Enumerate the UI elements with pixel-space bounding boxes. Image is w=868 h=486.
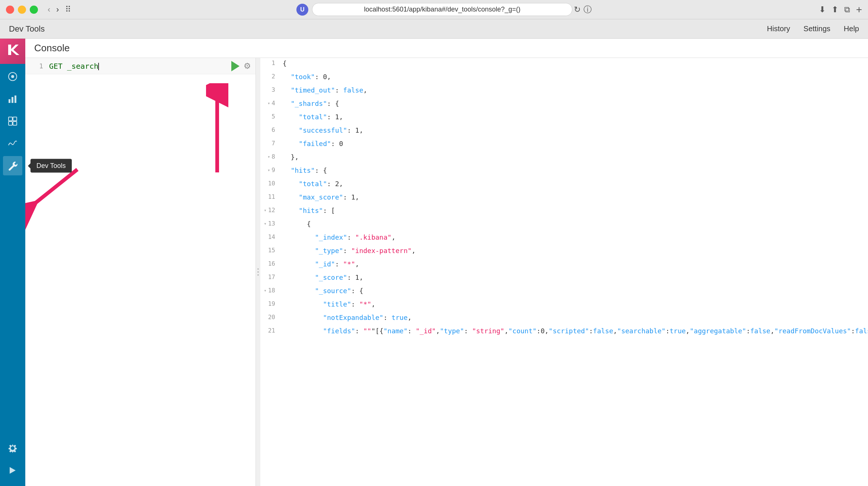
output-line-number: 5 — [260, 112, 280, 120]
output-line-number: ▾13 — [260, 219, 280, 227]
logo-text — [6, 43, 19, 59]
sidebar-item-management[interactable] — [3, 438, 22, 458]
sidebar-item-dashboard[interactable] — [3, 111, 22, 131]
history-button[interactable]: History — [767, 25, 790, 33]
line-number-1: 1 — [30, 62, 43, 70]
divider-dots — [257, 268, 259, 276]
svg-rect-3 — [12, 97, 13, 103]
output-line-number: ▾12 — [260, 206, 280, 214]
output-line-number: 19 — [260, 299, 280, 307]
pink-arrow-up — [206, 83, 228, 172]
grid-button[interactable]: ⠿ — [65, 5, 71, 14]
fold-button[interactable]: ▾ — [264, 288, 267, 293]
output-line-content: { — [280, 59, 868, 68]
editor-area: 1 GET _search ⚙ — [25, 58, 868, 486]
output-line: ▾18 "_source": { — [260, 285, 868, 299]
download-button[interactable]: ⬇ — [819, 5, 826, 14]
output-line-number: 6 — [260, 126, 280, 133]
output-line-number: 17 — [260, 273, 280, 281]
svg-rect-7 — [9, 122, 12, 125]
app-title: Dev Tools — [9, 24, 767, 34]
output-line: 3 "timed_out": false, — [260, 85, 868, 98]
fold-button[interactable]: ▾ — [267, 101, 270, 106]
sidebar-item-timelion[interactable] — [3, 134, 22, 153]
close-button[interactable] — [6, 6, 14, 14]
settings-button[interactable]: Settings — [804, 25, 830, 33]
share-button[interactable]: ⬆ — [832, 5, 838, 14]
minimize-button[interactable] — [18, 6, 26, 14]
fold-button[interactable]: ▾ — [264, 221, 267, 226]
output-line: ▾8 }, — [260, 152, 868, 165]
sidebar-item-play[interactable] — [3, 461, 22, 480]
back-button[interactable]: ‹ — [45, 4, 52, 15]
output-line-number: 14 — [260, 233, 280, 240]
endpoint-text: _search — [67, 62, 98, 71]
pane-divider[interactable] — [256, 58, 260, 486]
output-line-content: "timed_out": false, — [280, 85, 868, 95]
output-line-content: "_id": "*", — [280, 259, 868, 269]
output-line-content: "_score": 1, — [280, 273, 868, 282]
output-line-number: 2 — [260, 72, 280, 80]
url-input[interactable]: localhost:5601/app/kibana#/dev_tools/con… — [312, 3, 572, 16]
svg-line-13 — [25, 169, 77, 214]
new-tab-button[interactable]: + — [856, 4, 862, 16]
output-line: ▾12 "hits": [ — [260, 205, 868, 218]
info-button[interactable]: ⓘ — [584, 4, 592, 15]
svg-point-1 — [11, 75, 14, 78]
output-line-number: ▾4 — [260, 99, 280, 107]
output-line-number: 20 — [260, 313, 280, 321]
fold-button[interactable]: ▾ — [264, 208, 267, 213]
output-line: 7 "failed": 0 — [260, 138, 868, 152]
output-line-number: 15 — [260, 246, 280, 254]
window-controls — [6, 6, 38, 14]
svg-rect-8 — [13, 122, 17, 125]
maximize-button[interactable] — [30, 6, 38, 14]
output-line-number: 1 — [260, 59, 280, 67]
svg-rect-5 — [9, 117, 12, 121]
output-line-content: "max_score": 1, — [280, 192, 868, 202]
output-line: 19 "title": "*", — [260, 299, 868, 312]
output-line: 17 "_score": 1, — [260, 272, 868, 285]
output-line: 6 "successful": 1, — [260, 125, 868, 138]
output-line-number: ▾9 — [260, 166, 280, 174]
input-pane: 1 GET _search ⚙ — [25, 58, 256, 486]
svg-rect-6 — [13, 117, 17, 121]
output-line: ▾13 { — [260, 218, 868, 232]
refresh-button[interactable]: ↻ — [574, 5, 581, 14]
output-line-content: "_shards": { — [280, 99, 868, 108]
output-line-content: { — [280, 219, 868, 229]
settings-wrench-button[interactable]: ⚙ — [244, 61, 251, 71]
page-title: Console — [34, 42, 70, 54]
text-cursor — [98, 63, 99, 70]
svg-marker-9 — [10, 467, 16, 474]
output-pane: 1{2 "took": 0,3 "timed_out": false,▾4 "_… — [260, 58, 868, 486]
output-line: 2 "took": 0, — [260, 71, 868, 85]
fullscreen-button[interactable]: ⧉ — [844, 5, 850, 14]
title-bar-right: ⬇ ⬆ ⧉ + — [819, 4, 862, 16]
method-text: GET — [49, 62, 67, 71]
help-button[interactable]: Help — [844, 25, 859, 33]
output-line-content: "notExpandable": true, — [280, 313, 868, 322]
output-line-number: ▾8 — [260, 152, 280, 160]
main-layout: Dev Tools Console — [0, 39, 868, 486]
play-icon — [231, 61, 239, 71]
address-bar: U localhost:5601/app/kibana#/dev_tools/c… — [82, 3, 808, 16]
fold-button[interactable]: ▾ — [267, 154, 270, 159]
output-line-number: 11 — [260, 192, 280, 200]
kibana-logo[interactable] — [0, 39, 25, 64]
line-content-1[interactable]: GET _search — [49, 62, 229, 71]
output-line: ▾4 "_shards": { — [260, 98, 868, 111]
output-line-content: "hits": [ — [280, 206, 868, 215]
sidebar-item-visualize[interactable] — [3, 89, 22, 108]
app-bar: Dev Tools History Settings Help — [0, 19, 868, 39]
fold-button[interactable]: ▾ — [267, 168, 270, 173]
forward-button[interactable]: › — [54, 4, 61, 15]
divider-dot — [257, 274, 259, 276]
sidebar-item-devtools[interactable]: Dev Tools — [3, 156, 22, 175]
output-line-content: }, — [280, 152, 868, 162]
output-line-content: "_index": ".kibana", — [280, 233, 868, 242]
run-button[interactable] — [229, 59, 242, 73]
output-line: 20 "notExpandable": true, — [260, 312, 868, 325]
output-line: 16 "_id": "*", — [260, 259, 868, 272]
sidebar-item-discover[interactable] — [3, 67, 22, 86]
